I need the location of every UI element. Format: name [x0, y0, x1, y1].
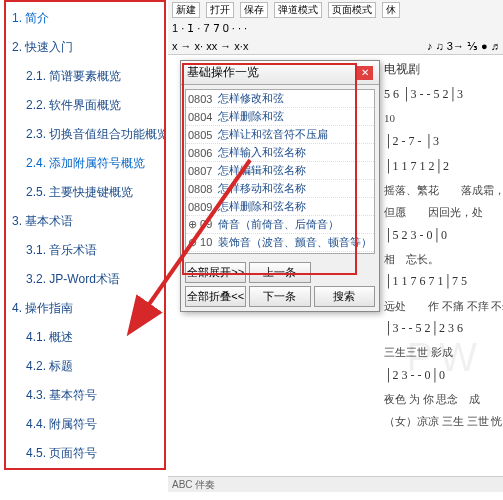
toolbar-row-3: x → x· xx → x·x ♪ ♫ 3→ ⅓ ● ♬ [172, 38, 499, 54]
score-lyric: 远处 作 不痛 不痒 不牵 [384, 298, 501, 316]
toc-item[interactable]: 4. 操作指南 [12, 300, 158, 317]
item-code: 0804 [188, 111, 218, 123]
list-item[interactable]: 0807怎样编辑和弦名称 [186, 162, 374, 180]
toc-item[interactable]: 3. 基本术语 [12, 213, 158, 230]
toolbar-button[interactable]: 打开 [206, 2, 234, 18]
item-code: 0809 [188, 201, 218, 213]
dialog-button-grid: 全部展开>> 上一条 全部折叠<< 下一条 搜索 [181, 258, 379, 311]
toc-item[interactable]: 4.3. 基本符号 [26, 387, 158, 404]
collapse-all-button[interactable]: 全部折叠<< [185, 286, 246, 307]
toolbar-button[interactable]: 保存 [240, 2, 268, 18]
item-text: 怎样编辑和弦名称 [218, 163, 372, 178]
item-text: 装饰音（波音、颤音、顿音等） [218, 235, 372, 250]
toc-item[interactable]: 4.5. 页面符号 [26, 445, 158, 462]
toc-item[interactable]: 2.2. 软件界面概览 [26, 97, 158, 114]
score-notation: │5 2 3 - 0│0 [384, 226, 501, 245]
item-text: 怎样修改和弦 [218, 91, 372, 106]
score-notation: │2 3 - - 0│0 [384, 366, 501, 385]
toc-item[interactable]: 4.4. 附属符号 [26, 416, 158, 433]
score-lyric: 三生三世 影成 [384, 344, 501, 362]
score-lyric: 相 忘长。 [384, 251, 501, 269]
prev-button[interactable]: 上一条 [249, 262, 310, 283]
list-item[interactable]: 0809怎样删除和弦名称 [186, 198, 374, 216]
dialog-title-text: 基础操作一览 [187, 64, 259, 81]
score-notation: │2 - 7 - │3 [384, 132, 501, 151]
list-item[interactable]: 0804怎样删除和弦 [186, 108, 374, 126]
item-text: 怎样让和弦音符不压扁 [218, 127, 372, 142]
toolbar-button[interactable]: 页面模式 [328, 2, 376, 18]
dialog-titlebar[interactable]: 基础操作一览 ✕ [181, 61, 379, 85]
list-item[interactable]: 0803怎样修改和弦 [186, 90, 374, 108]
list-item[interactable]: 0806怎样输入和弦名称 [186, 144, 374, 162]
score-lyric: 10 [384, 110, 501, 128]
item-text: 怎样移动和弦名称 [218, 181, 372, 196]
item-code: 0803 [188, 93, 218, 105]
score-lyric: 夜色 为 你 思念 成 [384, 391, 501, 409]
list-item[interactable]: 0805怎样让和弦音符不压扁 [186, 126, 374, 144]
item-text: 怎样输入和弦名称 [218, 145, 372, 160]
toc-item[interactable]: 4.1. 概述 [26, 329, 158, 346]
toc-item[interactable]: 3.2. JP-Word术语 [26, 271, 158, 288]
search-button[interactable]: 搜索 [314, 286, 375, 307]
item-code: ⊕ 09 [188, 218, 218, 231]
item-code: 0805 [188, 129, 218, 141]
toolbar-row-1: 新建打开保存弹道模式页面模式休 [172, 2, 499, 18]
toc-item[interactable]: 2.4. 添加附属符号概览 [26, 155, 158, 172]
next-button[interactable]: 下一条 [249, 286, 310, 307]
list-item[interactable]: 0808怎样移动和弦名称 [186, 180, 374, 198]
toc-item[interactable]: 2.3. 切换音值组合功能概览 [26, 126, 158, 143]
toolbar-glyphs-right: ♪ ♫ 3→ ⅓ ● ♬ [427, 40, 499, 53]
score-lyric: 但愿 因回光，处 [384, 204, 501, 222]
score-heading: 电视剧 [384, 60, 501, 79]
toolbar-button[interactable]: 休 [382, 2, 400, 18]
score-notation: │1 1 7 1 2│2 [384, 157, 501, 176]
item-code: ⊕ 10 [188, 236, 218, 249]
toolbar-glyphs-left: x → x· xx → x·x [172, 40, 248, 52]
item-code: 0807 [188, 165, 218, 177]
toolbar-row-2: 1 · 1̇ · 7 7̇ 0 · · · [172, 20, 499, 36]
toolbar-glyphs: 1 · 1̇ · 7 7̇ 0 · · · [172, 22, 247, 35]
toc-item[interactable]: 2. 快速入门 [12, 39, 158, 56]
score-notation: │3 - - 5 2│2 3 6 [384, 319, 501, 338]
score-notation: 5 6 │3 - - 5 2│3 [384, 85, 501, 104]
toc-item[interactable]: 2.5. 主要快捷键概览 [26, 184, 158, 201]
item-text: 倚音（前倚音、后倚音） [218, 217, 372, 232]
item-code: 0808 [188, 183, 218, 195]
dialog-list: 0803怎样修改和弦0804怎样删除和弦0805怎样让和弦音符不压扁0806怎样… [185, 89, 375, 254]
score-lyric: （女）凉凉 三生 三世 恍 [384, 413, 501, 431]
item-text: 怎样删除和弦 [218, 109, 372, 124]
toc-item[interactable]: 3.1. 音乐术语 [26, 242, 158, 259]
toc-panel: 1. 简介2. 快速入门2.1. 简谱要素概览2.2. 软件界面概览2.3. 切… [4, 0, 166, 470]
basic-operations-dialog: 基础操作一览 ✕ 0803怎样修改和弦0804怎样删除和弦0805怎样让和弦音符… [180, 60, 380, 312]
toolbar-button[interactable]: 新建 [172, 2, 200, 18]
toc-item[interactable]: 1. 简介 [12, 10, 158, 27]
close-icon[interactable]: ✕ [357, 66, 373, 80]
status-text: ABC 伴奏 [172, 479, 215, 490]
toc-item[interactable]: 2.1. 简谱要素概览 [26, 68, 158, 85]
item-text: 怎样删除和弦名称 [218, 199, 372, 214]
expand-all-button[interactable]: 全部展开>> [185, 262, 246, 283]
item-code: 0806 [188, 147, 218, 159]
list-item[interactable]: ⊕ 10装饰音（波音、颤音、顿音等） [186, 234, 374, 252]
status-bar: ABC 伴奏 [168, 476, 503, 492]
toolbar-button[interactable]: 弹道模式 [274, 2, 322, 18]
score-lyric: 摇落、繁花 落成霜， [384, 182, 501, 200]
score-viewport: 电视剧 5 6 │3 - - 5 2│310│2 - 7 - │3│1 1 7 … [382, 58, 503, 480]
score-notation: │1 1 7 6 7 1│7 5 [384, 272, 501, 291]
list-item[interactable]: ⊕ 09倚音（前倚音、后倚音） [186, 216, 374, 234]
toc-item[interactable]: 4.2. 标题 [26, 358, 158, 375]
toolbar: 新建打开保存弹道模式页面模式休 1 · 1̇ · 7 7̇ 0 · · · x … [168, 0, 503, 55]
